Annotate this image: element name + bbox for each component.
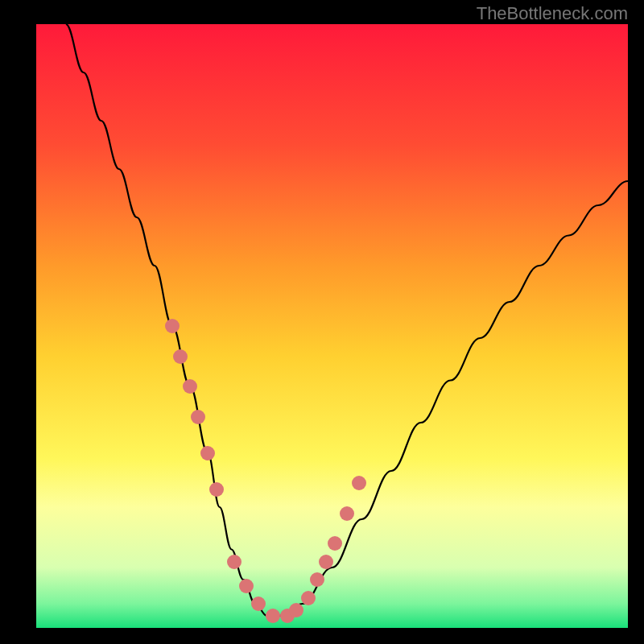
highlight-dot xyxy=(239,579,254,593)
highlight-dot xyxy=(183,379,197,394)
highlight-dot xyxy=(319,555,333,569)
highlight-dot xyxy=(328,536,342,551)
highlight-dot xyxy=(251,597,266,611)
bottleneck-curve xyxy=(66,24,628,616)
highlight-dot xyxy=(340,506,354,521)
highlight-dot xyxy=(191,410,205,424)
highlight-dot xyxy=(352,476,366,490)
highlight-dot xyxy=(227,555,242,569)
watermark-text: TheBottleneck.com xyxy=(477,3,628,24)
plot-area xyxy=(36,24,628,628)
highlight-dot xyxy=(289,603,303,617)
highlight-dot xyxy=(200,446,215,460)
highlight-dot xyxy=(165,319,180,333)
highlight-dot xyxy=(209,482,224,497)
highlight-dot xyxy=(310,572,324,587)
highlight-dot xyxy=(266,609,280,623)
highlight-dot xyxy=(173,349,188,364)
highlight-dot xyxy=(301,591,316,605)
